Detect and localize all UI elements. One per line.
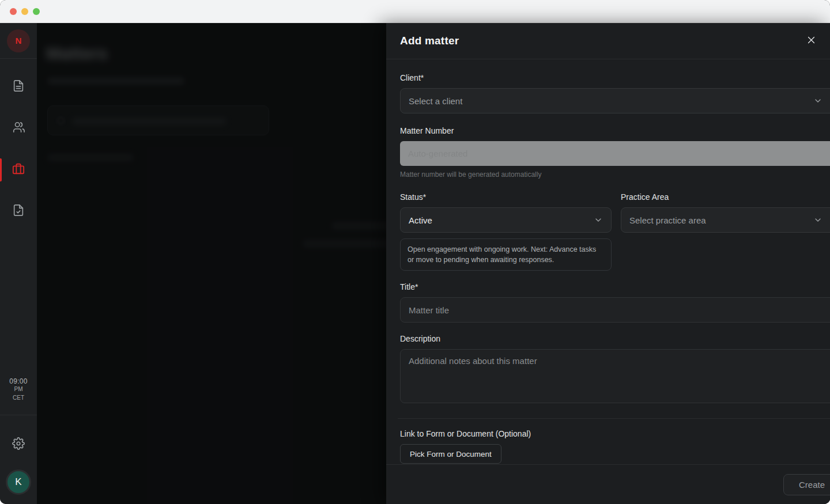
client-field-group: Client* Select a client bbox=[400, 73, 830, 113]
close-drawer-button[interactable] bbox=[802, 32, 820, 50]
pick-form-or-document-button[interactable]: Pick Form or Document bbox=[400, 444, 501, 464]
gear-icon bbox=[12, 437, 25, 452]
close-window-button[interactable] bbox=[10, 8, 17, 15]
client-select-placeholder: Select a client bbox=[409, 96, 462, 106]
status-practice-row: Status* Active Open engagement with ongo… bbox=[400, 192, 830, 271]
form-divider bbox=[398, 418, 830, 419]
description-field-group: Description bbox=[400, 334, 830, 403]
title-field-group: Title* bbox=[400, 282, 830, 323]
practice-area-placeholder: Select practice area bbox=[629, 215, 706, 225]
matter-number-placeholder: Auto-generated bbox=[408, 149, 467, 158]
drawer-header: Add matter bbox=[386, 23, 830, 59]
practice-area-select[interactable]: Select practice area bbox=[621, 207, 830, 233]
drawer-title: Add matter bbox=[400, 35, 459, 47]
clock-display: 09:00 PM CET bbox=[9, 377, 28, 415]
sidebar-item-clients[interactable] bbox=[0, 116, 37, 141]
title-input[interactable] bbox=[400, 297, 830, 323]
add-matter-form: Client* Select a client Matter Number Au… bbox=[386, 59, 830, 464]
close-icon bbox=[806, 35, 816, 47]
sidebar-item-matters[interactable] bbox=[0, 157, 37, 183]
chevron-down-icon bbox=[813, 215, 823, 225]
practice-area-field-group: Practice Area Select practice area bbox=[621, 192, 830, 271]
status-field-group: Status* Active Open engagement with ongo… bbox=[400, 192, 612, 271]
logo-cell: N bbox=[0, 23, 37, 59]
matter-number-label: Matter Number bbox=[400, 126, 830, 135]
status-select[interactable]: Active bbox=[400, 207, 612, 233]
sidebar-bottom: K bbox=[0, 415, 37, 504]
sidebar-nav bbox=[0, 59, 37, 224]
app-body: N bbox=[0, 23, 830, 504]
status-label: Status* bbox=[400, 192, 612, 202]
link-label: Link to Form or Document (Optional) bbox=[400, 429, 830, 438]
matter-number-hint: Matter number will be generated automati… bbox=[400, 170, 830, 179]
link-field-group: Link to Form or Document (Optional) Pick… bbox=[400, 429, 830, 464]
client-select[interactable]: Select a client bbox=[400, 88, 830, 113]
status-select-value: Active bbox=[409, 215, 432, 225]
clock-timezone: CET bbox=[9, 394, 28, 403]
description-textarea[interactable] bbox=[400, 349, 830, 403]
client-label: Client* bbox=[400, 73, 830, 82]
app-logo[interactable]: N bbox=[7, 29, 30, 52]
sidebar-item-documents[interactable] bbox=[0, 74, 37, 100]
settings-button[interactable] bbox=[12, 437, 25, 452]
clock-meridiem: PM bbox=[9, 385, 28, 394]
titlebar bbox=[0, 0, 830, 23]
matter-number-field-group: Matter Number Auto-generated Matter numb… bbox=[400, 126, 830, 179]
practice-area-label: Practice Area bbox=[621, 192, 830, 202]
sidebar-item-forms[interactable] bbox=[0, 199, 37, 224]
create-button[interactable]: Create bbox=[783, 474, 830, 495]
app-window: N bbox=[0, 0, 830, 504]
drawer-footer: Create bbox=[386, 464, 830, 504]
description-label: Description bbox=[400, 334, 830, 343]
user-avatar[interactable]: K bbox=[6, 469, 31, 495]
clock-hour: 09:00 bbox=[9, 377, 28, 385]
file-check-icon bbox=[12, 204, 25, 219]
zoom-window-button[interactable] bbox=[33, 8, 40, 15]
file-text-icon bbox=[12, 79, 25, 94]
chevron-down-icon bbox=[594, 215, 603, 225]
briefcase-icon bbox=[12, 162, 25, 177]
minimize-window-button[interactable] bbox=[21, 8, 28, 15]
matter-number-input-disabled: Auto-generated bbox=[400, 141, 830, 166]
add-matter-drawer: Add matter Client* Select a client bbox=[386, 23, 830, 504]
chevron-down-icon bbox=[813, 96, 823, 105]
sidebar: N bbox=[0, 23, 37, 504]
status-help-text: Open engagement with ongoing work. Next:… bbox=[400, 238, 612, 271]
logo-letter: N bbox=[16, 36, 22, 46]
avatar-letter: K bbox=[15, 476, 21, 488]
users-icon bbox=[12, 121, 25, 136]
title-label: Title* bbox=[400, 282, 830, 291]
